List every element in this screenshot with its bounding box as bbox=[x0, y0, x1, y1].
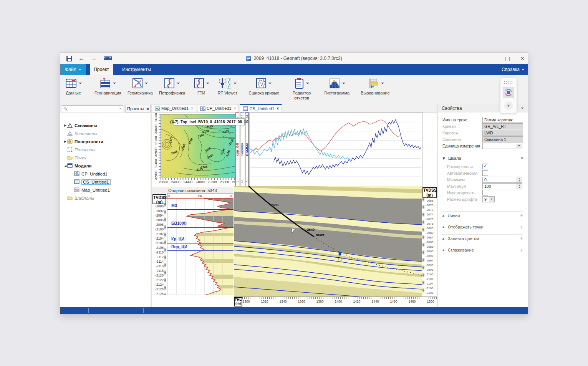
tree-modules-icon bbox=[67, 163, 73, 168]
prop-field[interactable]: ▼ bbox=[482, 143, 523, 149]
spinner-arrows-icon[interactable]: ▲▼ bbox=[517, 177, 522, 182]
horizon-label: М3 bbox=[171, 203, 177, 208]
toolbar-button-gti[interactable]: ГТИ bbox=[188, 75, 214, 96]
help-menu-button[interactable]: Справка bbox=[502, 64, 525, 75]
chevron-down-icon[interactable]: ▼ bbox=[504, 101, 513, 110]
checkbox-checked[interactable] bbox=[482, 164, 488, 169]
chevron-down-icon[interactable] bbox=[234, 83, 237, 84]
sync-properties-button[interactable] bbox=[503, 87, 514, 98]
toolbar-button-rtviewer[interactable]: RT Viewer bbox=[214, 75, 240, 96]
checkbox-unchecked[interactable] bbox=[482, 190, 488, 195]
toolbar-button-label: Петрофизика bbox=[159, 91, 186, 96]
toolbar-button-stitch[interactable]: Сшивка кривых bbox=[245, 75, 282, 96]
checkbox-unchecked[interactable] bbox=[482, 170, 488, 176]
tab-cs-icon bbox=[243, 106, 248, 111]
chevron-down-icon[interactable] bbox=[79, 83, 82, 84]
chevron-down-icon[interactable] bbox=[342, 83, 345, 84]
add-icon[interactable]: + bbox=[520, 212, 523, 219]
horizon-label: Кр_ЦИ bbox=[171, 237, 184, 241]
chevron-down-icon[interactable] bbox=[145, 83, 148, 84]
spinner-input[interactable]: 0▲▼ bbox=[482, 177, 522, 183]
menu-bar: Файл Проект Инструменты Справка bbox=[60, 64, 528, 75]
thl-tick: 1380 bbox=[316, 300, 324, 303]
close-icon[interactable]: ✕ bbox=[520, 156, 524, 161]
chevron-down-icon[interactable] bbox=[113, 83, 116, 84]
cross-section-view[interactable]: 26002640ФактT1 bbox=[234, 186, 422, 296]
chevron-down-icon[interactable] bbox=[206, 83, 209, 84]
close-button[interactable]: ✕ bbox=[520, 55, 525, 61]
depth-tick: -2096 bbox=[426, 263, 433, 267]
chevron-down-icon[interactable]: ▼ bbox=[516, 144, 522, 148]
collapse-panel-icon[interactable]: ◀ bbox=[146, 107, 149, 111]
chevron-down-icon[interactable] bbox=[521, 108, 524, 109]
toolbar-button-geomech[interactable]: Геомеханика bbox=[124, 75, 156, 96]
depth-tick: -2074 bbox=[426, 213, 433, 216]
map-y-axis: 340003360033200328003240032000 bbox=[153, 114, 161, 178]
scale-label: Размер шрифта bbox=[447, 197, 482, 202]
tab-project[interactable]: Проект bbox=[90, 64, 113, 75]
depth-tick: -2102 bbox=[155, 232, 164, 236]
sidebar-item-точки[interactable]: Точки bbox=[60, 154, 151, 162]
section-сглаживание[interactable]: ▲Сглаживание+ bbox=[442, 246, 523, 254]
chevron-down-icon[interactable]: ▼ bbox=[489, 197, 494, 202]
section-отображать-точки[interactable]: ▲Отображать точки+ bbox=[442, 223, 523, 231]
add-icon[interactable]: + bbox=[520, 247, 523, 253]
sidebar-item-модули[interactable]: ◢Модули bbox=[60, 162, 151, 170]
prop-row-каротаж: КаротажLWD bbox=[442, 130, 523, 136]
sidebar-item-контакты[interactable]: Контакты bbox=[60, 129, 151, 137]
sidebar-item-cs-untitled1[interactable]: CS_Untitled1 bbox=[60, 178, 151, 186]
clear-search-icon[interactable]: ✕ bbox=[119, 107, 122, 111]
prop-row-кривая: КриваяGR_Arc_RT bbox=[442, 123, 523, 129]
tab-tools[interactable]: Инструменты bbox=[117, 64, 156, 75]
close-tab-icon[interactable]: × bbox=[191, 106, 193, 111]
add-icon[interactable]: + bbox=[520, 235, 523, 242]
prop-field[interactable]: Гамма каротаж bbox=[482, 117, 523, 123]
chevron-down-icon[interactable] bbox=[381, 83, 384, 84]
sidebar-item-шаблоны[interactable]: Шаблоны bbox=[60, 194, 151, 202]
drag-handle-dots-icon[interactable] bbox=[504, 81, 513, 84]
scale-section-header[interactable]: ▼Шкала✕ bbox=[442, 155, 524, 161]
chevron-down-icon[interactable] bbox=[177, 83, 180, 84]
doc-tab-cs_untitled1[interactable]: CS_Untitled1× bbox=[240, 104, 282, 112]
sidebar-item-полигоны[interactable]: Полигоны bbox=[60, 146, 151, 154]
doc-tab-label: Map_Untitled1 bbox=[161, 106, 189, 111]
close-tab-icon[interactable]: × bbox=[234, 106, 236, 111]
font-size-select[interactable]: 9▼ bbox=[482, 196, 495, 202]
spinner-input[interactable]: 100▲▼ bbox=[482, 183, 522, 189]
doc-tab-map_untitled1[interactable]: Map_Untitled1× bbox=[152, 104, 196, 112]
spinner-arrows-icon[interactable]: ▲▼ bbox=[517, 184, 522, 189]
close-tab-icon[interactable]: × bbox=[277, 106, 279, 111]
depth-tick: -2082 bbox=[426, 231, 433, 235]
add-icon[interactable]: + bbox=[520, 224, 523, 230]
maximize-button[interactable]: ▢ bbox=[505, 55, 510, 61]
chevron-down-icon[interactable] bbox=[306, 83, 309, 84]
reference-well-log-track[interactable]: М3БВ10(0)Кр_ЦИПод_ЦИ bbox=[167, 199, 234, 295]
search-input[interactable]: 🔍 ✕ bbox=[62, 105, 123, 112]
sidebar-item-map-untitled1[interactable]: Map_Untitled1 bbox=[60, 186, 151, 194]
map-title: (4-7)_Top_tsel_BV10_0_41018_2017_08_10 bbox=[174, 118, 245, 125]
contour-map[interactable]: (4-7)_Top_tsel_BV10_0_41018_2017_08_10 -… bbox=[161, 114, 240, 179]
doc-tab-cp_untitled1[interactable]: CP_Untitled1× bbox=[197, 104, 239, 112]
depth-tick: -2084 bbox=[426, 236, 433, 239]
expander-right-icon[interactable]: ▶ bbox=[63, 140, 67, 143]
toolbar-button-data[interactable]: Данные bbox=[60, 75, 86, 96]
section-заливка-цветом[interactable]: ▲Заливка цветом+ bbox=[442, 234, 523, 242]
toolbar-button-histogram[interactable]: Гистограмма bbox=[321, 75, 353, 96]
sidebar-item-скважины[interactable]: ▶Скважины bbox=[60, 121, 151, 129]
expander-down-icon[interactable]: ◢ bbox=[63, 164, 67, 167]
toolbar-button-petro[interactable]: Петрофизика bbox=[156, 75, 189, 96]
toolbar-button-align[interactable]: Выравнивание bbox=[358, 75, 393, 96]
file-menu-button[interactable]: Файл bbox=[60, 64, 86, 75]
toolbar-button-report[interactable]: Редактор отчетов bbox=[282, 75, 321, 100]
projects-panel-header[interactable]: Проекты ◀ bbox=[125, 105, 151, 113]
toolbar-button-geonav[interactable]: Геонавигация bbox=[91, 75, 124, 96]
depth-tick: -2122 bbox=[155, 278, 164, 282]
gamma-log-chart[interactable] bbox=[249, 113, 423, 187]
expander-right-icon[interactable]: ▶ bbox=[63, 124, 67, 127]
geonav-icon bbox=[99, 78, 111, 89]
minimize-button[interactable]: – bbox=[492, 55, 495, 61]
chevron-down-icon[interactable] bbox=[268, 83, 272, 84]
sidebar-item-cp-untitled1[interactable]: CP_Untitled1 bbox=[60, 170, 151, 178]
sidebar-item-поверхности[interactable]: ▶Поверхности bbox=[60, 137, 151, 146]
section-линия[interactable]: ▲Линия+ bbox=[442, 211, 523, 219]
